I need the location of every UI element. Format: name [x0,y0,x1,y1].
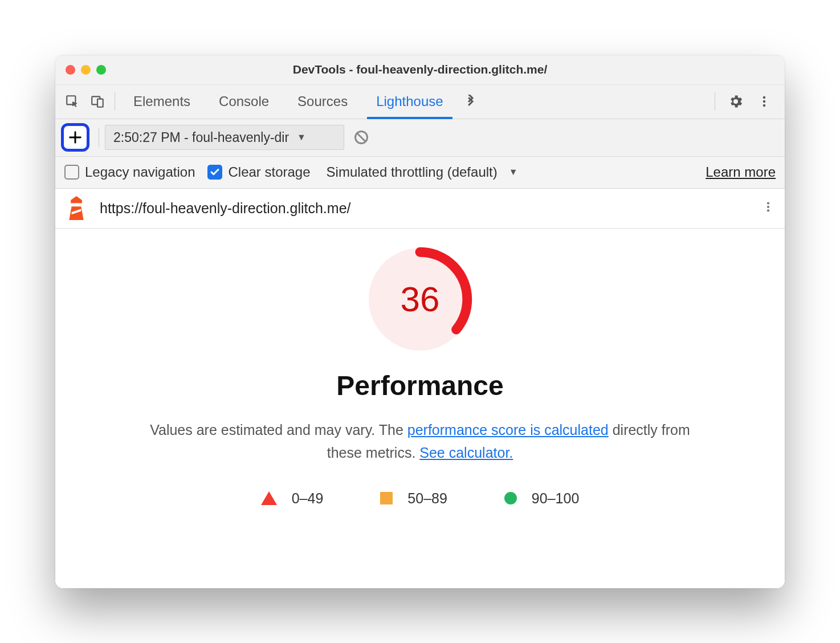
more-options-button[interactable] [752,89,777,114]
plus-icon [67,129,83,145]
chevron-down-icon: ▼ [509,167,518,177]
gauge-arc-icon [368,247,472,352]
legacy-navigation-option[interactable]: Legacy navigation [64,164,195,180]
settings-button[interactable] [723,89,748,114]
legend-high: 90–100 [504,490,579,507]
kebab-icon [757,95,771,108]
fullscreen-window-button[interactable] [96,65,106,75]
score-legend: 0–49 50–89 90–100 [55,490,785,507]
more-tabs-button[interactable] [458,89,483,114]
tab-label: Console [219,93,269,109]
gear-icon [728,93,744,109]
tab-sources[interactable]: Sources [288,85,357,119]
window-controls [66,65,106,75]
legend-label: 0–49 [292,490,324,507]
prohibit-icon [353,129,369,145]
tab-label: Lighthouse [376,93,443,109]
svg-point-3 [763,96,765,99]
svg-point-4 [763,100,765,103]
circle-icon [504,492,517,504]
svg-point-8 [767,202,769,204]
window-titlebar: DevTools - foul-heavenly-direction.glitc… [55,55,785,85]
separator [115,92,115,111]
svg-point-5 [763,104,765,107]
option-label: Clear storage [228,164,310,180]
tab-elements[interactable]: Elements [124,85,199,119]
triangle-icon [261,491,277,505]
separator [99,128,99,147]
checkbox-checked-icon[interactable] [207,165,222,180]
window-title: DevTools - foul-heavenly-direction.glitc… [55,63,785,76]
performance-gauge[interactable]: 36 [369,248,471,351]
tab-label: Elements [133,93,190,109]
report-url: https://foul-heavenly-direction.glitch.m… [100,200,351,217]
devtools-window: DevTools - foul-heavenly-direction.glitc… [55,55,785,588]
legend-label: 90–100 [532,490,579,507]
clear-storage-option[interactable]: Clear storage [207,164,310,180]
svg-point-9 [767,205,769,207]
checkbox-unchecked-icon[interactable] [64,165,79,180]
lighthouse-options: Legacy navigation Clear storage Simulate… [55,157,785,189]
learn-more-link[interactable]: Learn more [706,164,776,180]
panel-tabs: Elements Console Sources Lighthouse [124,85,452,119]
svg-point-11 [373,252,467,347]
score-calc-link[interactable]: performance score is calculated [407,422,609,438]
separator [715,92,715,111]
svg-point-10 [767,209,769,211]
svg-rect-7 [72,204,80,207]
chevron-down-icon: ▼ [297,132,306,143]
category-description: Values are estimated and may vary. The p… [141,418,699,464]
throttling-label: Simulated throttling (default) [327,164,498,180]
minimize-window-button[interactable] [81,65,91,75]
report-selector[interactable]: 2:50:27 PM - foul-heavenly-dir ▼ [105,125,344,150]
legend-low: 0–49 [261,490,324,507]
device-toolbar-button[interactable] [85,89,110,114]
clear-reports-button[interactable] [350,126,373,149]
lighthouse-toolbar: 2:50:27 PM - foul-heavenly-dir ▼ [55,119,785,157]
square-icon [380,492,393,504]
calculator-link[interactable]: See calculator. [419,445,513,461]
tab-lighthouse[interactable]: Lighthouse [367,85,452,119]
kebab-icon [762,201,774,213]
lighthouse-report: 36 Performance Values are estimated and … [55,229,785,588]
tab-label: Sources [297,93,348,109]
lighthouse-logo-icon [66,196,87,220]
tab-console[interactable]: Console [210,85,278,119]
report-selector-label: 2:50:27 PM - foul-heavenly-dir [113,130,289,145]
option-label: Legacy navigation [85,164,195,180]
report-menu-button[interactable] [762,200,774,217]
throttling-selector[interactable]: Simulated throttling (default) ▼ [327,164,518,180]
report-header: https://foul-heavenly-direction.glitch.m… [55,189,785,229]
legend-mid: 50–89 [380,490,447,507]
close-window-button[interactable] [66,65,75,75]
legend-label: 50–89 [407,490,447,507]
svg-rect-2 [97,99,103,107]
devtools-tabstrip: Elements Console Sources Lighthouse [55,85,785,119]
inspect-element-button[interactable] [60,89,85,114]
new-report-button[interactable] [61,123,89,152]
category-title: Performance [55,370,785,401]
